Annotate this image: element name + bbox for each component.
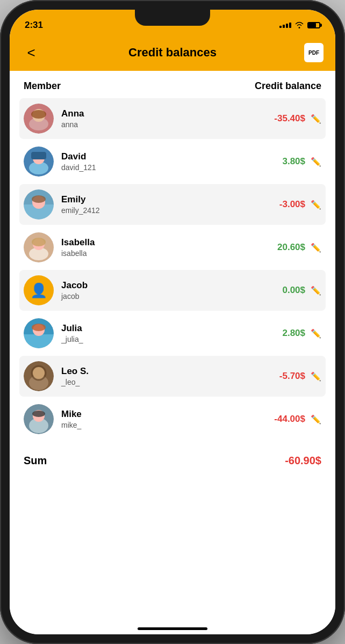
table-row: Mike mike_ -44.00$ ✏️ — [19, 399, 326, 440]
member-name: David — [61, 151, 268, 162]
avatar: 👤 — [24, 275, 54, 305]
signal-icon — [279, 23, 291, 28]
svg-point-3 — [31, 110, 46, 119]
edit-icon[interactable]: ✏️ — [311, 371, 321, 382]
edit-icon[interactable]: ✏️ — [311, 114, 321, 124]
member-name: Mike — [61, 409, 268, 420]
phone-screen: 2:31 — [10, 10, 335, 634]
wifi-icon — [294, 21, 304, 30]
balance-amount: -3.00$ — [268, 199, 305, 210]
balance-amount: -35.40$ — [268, 113, 305, 124]
sum-row: Sum -60.90$ — [19, 442, 326, 475]
svg-point-19 — [32, 324, 46, 331]
members-list: Anna anna -35.40$ ✏️ David david_121 3.8… — [19, 98, 326, 440]
balance-amount: 0.00$ — [268, 285, 305, 296]
member-name: Anna — [61, 108, 268, 119]
balance-amount: -44.00$ — [268, 414, 305, 425]
member-name: Isabella — [61, 237, 268, 248]
member-info: Julia _julia_ — [54, 323, 268, 343]
table-row: David david_121 3.80$ ✏️ — [19, 141, 326, 182]
avatar — [24, 147, 54, 177]
member-username: mike_ — [61, 421, 268, 429]
table-row: Emily emily_2412 -3.00$ ✏️ — [19, 184, 326, 225]
member-username: isabella — [61, 249, 268, 258]
edit-icon[interactable]: ✏️ — [311, 328, 321, 339]
member-info: Anna anna — [54, 108, 268, 129]
svg-rect-17 — [24, 334, 54, 348]
avatar — [24, 318, 54, 348]
balance-section: 2.80$ ✏️ — [268, 328, 321, 339]
member-name: Leo S. — [61, 366, 268, 377]
member-name: Emily — [61, 194, 268, 205]
pdf-label: PDF — [308, 50, 319, 56]
member-username: david_121 — [61, 163, 268, 172]
status-time: 2:31 — [25, 20, 43, 31]
member-info: Emily emily_2412 — [54, 194, 268, 215]
notch — [135, 10, 210, 26]
member-info: Leo S. _leo_ — [54, 366, 268, 386]
status-icons — [279, 21, 320, 30]
avatar — [24, 104, 54, 134]
member-info: Isabella isabella — [54, 237, 268, 258]
balance-section: -35.40$ ✏️ — [268, 113, 321, 124]
battery-icon — [307, 22, 320, 28]
table-row: Julia _julia_ 2.80$ ✏️ — [19, 313, 326, 354]
svg-point-15 — [32, 238, 46, 246]
table-row: Anna anna -35.40$ ✏️ — [19, 98, 326, 139]
member-username: emily_2412 — [61, 206, 268, 215]
member-info: Mike mike_ — [54, 409, 268, 429]
person-icon: 👤 — [30, 282, 47, 299]
balance-section: -44.00$ ✏️ — [268, 414, 321, 425]
back-button[interactable]: < — [21, 45, 41, 61]
page-title: Credit balances — [128, 46, 217, 60]
table-row: 👤 Jacob jacob 0.00$ ✏️ — [19, 270, 326, 311]
svg-point-22 — [33, 367, 45, 379]
balance-amount: 2.80$ — [268, 328, 305, 339]
balance-section: 0.00$ ✏️ — [268, 285, 321, 296]
edit-icon[interactable]: ✏️ — [311, 200, 321, 210]
member-username: anna — [61, 120, 268, 129]
avatar — [24, 361, 54, 391]
table-row: Isabella isabella 20.60$ ✏️ — [19, 227, 326, 268]
svg-point-11 — [32, 195, 46, 203]
member-name: Julia — [61, 323, 268, 334]
table-row: Leo S. _leo_ -5.70$ ✏️ — [19, 356, 326, 397]
balance-amount: -5.70$ — [268, 371, 305, 382]
member-name: Jacob — [61, 280, 268, 291]
edit-icon[interactable]: ✏️ — [311, 243, 321, 253]
edit-icon[interactable]: ✏️ — [311, 286, 321, 296]
edit-icon[interactable]: ✏️ — [311, 157, 321, 167]
edit-icon[interactable]: ✏️ — [311, 414, 321, 425]
avatar — [24, 189, 54, 219]
balance-section: -3.00$ ✏️ — [268, 199, 321, 210]
balance-section: 3.80$ ✏️ — [268, 156, 321, 167]
member-info: David david_121 — [54, 151, 268, 172]
table-header: Member Credit balance — [19, 71, 326, 98]
member-username: _leo_ — [61, 378, 268, 386]
member-username: _julia_ — [61, 335, 268, 343]
svg-rect-7 — [31, 152, 46, 159]
svg-point-27 — [32, 411, 45, 417]
avatar — [24, 232, 54, 262]
sum-label: Sum — [24, 455, 47, 467]
member-username: jacob — [61, 292, 268, 301]
phone-frame: 2:31 — [0, 0, 345, 644]
avatar — [24, 404, 54, 434]
column-header-balance: Credit balance — [255, 80, 321, 92]
sum-amount: -60.90$ — [285, 455, 321, 467]
balance-amount: 3.80$ — [268, 156, 305, 167]
app-header: < Credit balances PDF — [10, 38, 335, 71]
pdf-button[interactable]: PDF — [304, 43, 324, 62]
balance-section: 20.60$ ✏️ — [268, 242, 321, 253]
member-info: Jacob jacob — [54, 280, 268, 301]
content-area: Member Credit balance Anna anna -35.40$ … — [10, 71, 335, 634]
balance-section: -5.70$ ✏️ — [268, 371, 321, 382]
column-header-member: Member — [24, 80, 61, 92]
home-indicator — [138, 627, 207, 630]
balance-amount: 20.60$ — [268, 242, 305, 253]
